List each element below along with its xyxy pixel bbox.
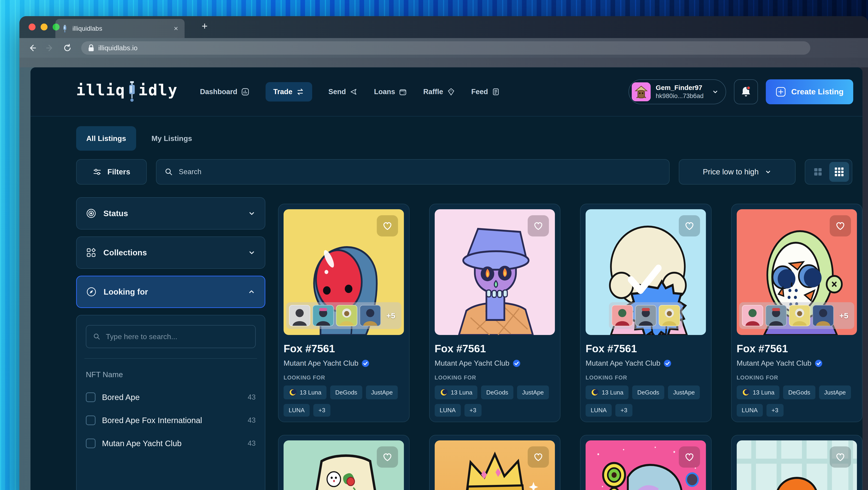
browser-tab-strip: illiquidlabs × + — [20, 16, 868, 38]
filter-option-bored-ape[interactable]: Bored Ape 43 — [86, 392, 256, 402]
sort-dropdown[interactable]: Price low to high — [679, 159, 796, 185]
forward-icon[interactable] — [45, 43, 55, 53]
nav-send-label: Send — [328, 88, 346, 96]
heart-icon — [684, 220, 695, 231]
badge: DeGods — [481, 386, 513, 399]
checkbox[interactable] — [86, 416, 95, 425]
checkbox[interactable] — [86, 438, 95, 448]
badge: +3 — [767, 404, 783, 417]
nav-raffle[interactable]: Raffle — [423, 88, 455, 96]
offer-thumb — [612, 305, 633, 326]
nft-card[interactable] — [580, 435, 712, 490]
filter-option-bored-ape-fox-international[interactable]: Bored Ape Fox International 43 — [86, 416, 256, 425]
nav-trade-label: Trade — [273, 88, 292, 96]
trade-icon — [296, 88, 304, 96]
favorite-button[interactable] — [528, 215, 549, 237]
back-icon[interactable] — [28, 43, 37, 53]
sidebar-section-status[interactable]: Status — [76, 197, 265, 229]
more-thumbs-count: +5 — [386, 311, 395, 320]
luna-badge: 13 Luna — [435, 386, 477, 399]
notifications-button[interactable] — [734, 79, 758, 104]
looking-for-label: LOOKING FOR — [284, 374, 404, 381]
new-tab-button[interactable]: + — [202, 20, 208, 32]
filter-option-mutan-ape-yacht-club[interactable]: Mutan Ape Yacht Club 43 — [86, 438, 256, 448]
browser-chrome-padding — [20, 58, 868, 67]
close-window-button[interactable] — [29, 24, 35, 30]
nft-card[interactable]: Fox #7561 Mutant Ape Yacht Club LOOKING … — [580, 204, 712, 422]
nav-trade[interactable]: Trade — [266, 82, 312, 101]
browser-tab[interactable]: illiquidlabs × — [55, 19, 185, 38]
verified-icon — [815, 360, 823, 367]
nav-feed[interactable]: Feed — [471, 88, 500, 96]
badge-row: LUNA +3 — [586, 404, 706, 417]
sidebar-section-looking-for[interactable]: Looking for — [76, 276, 265, 308]
badge-row: 13 Luna DeGods JustApe — [435, 386, 555, 399]
search-input[interactable] — [179, 168, 661, 176]
user-name: Gem_Finder97 — [656, 84, 704, 92]
compass-icon — [86, 286, 97, 297]
luna-badge: 13 Luna — [586, 386, 628, 399]
nav-dashboard[interactable]: Dashboard — [200, 88, 249, 96]
sidebar-search-input[interactable] — [106, 332, 249, 341]
address-bar[interactable]: illiquidlabs.io — [81, 41, 810, 55]
tab-close-icon[interactable]: × — [174, 24, 178, 33]
heart-icon — [533, 452, 544, 462]
checkbox[interactable] — [86, 392, 95, 402]
nft-art-verified-face — [586, 209, 706, 335]
badge: JustApe — [517, 386, 549, 399]
favorite-button[interactable] — [679, 215, 700, 237]
favorite-button[interactable] — [377, 447, 398, 468]
site-logo[interactable]: illiq idly — [76, 81, 178, 102]
nft-card[interactable]: +5 Fox #7561 Mutant Ape Yacht Club LOOKI… — [731, 204, 863, 422]
create-listing-button[interactable]: Create Listing — [766, 79, 853, 104]
nav-loans[interactable]: Loans — [374, 88, 407, 96]
luna-badge: 13 Luna — [284, 386, 327, 399]
badge-row: LUNA +3 — [284, 404, 404, 417]
search-bar[interactable] — [156, 159, 670, 185]
badge: JustApe — [668, 386, 700, 399]
user-info: Gem_Finder97 hk980io...73b6ad — [656, 84, 704, 100]
nft-title: Fox #7561 — [586, 342, 706, 355]
luna-coin-icon — [742, 388, 750, 397]
badge: +3 — [615, 404, 632, 417]
nft-name-group-title: NFT Name — [86, 370, 256, 379]
nft-card-grid: +5 Fox #7561 Mutant Ape Yacht Club LOOKI… — [278, 204, 863, 490]
heart-icon — [382, 452, 393, 462]
tab-all-listings[interactable]: All Listings — [76, 126, 136, 151]
grid-3x3-view-button[interactable] — [829, 162, 849, 182]
nft-card[interactable]: Fox #7561 Mutant Ape Yacht Club LOOKING … — [429, 204, 561, 422]
nft-card[interactable] — [731, 435, 863, 490]
favorite-button[interactable] — [679, 447, 700, 468]
user-account-chip[interactable]: Gem_Finder97 hk980io...73b6ad — [628, 79, 726, 104]
offer-thumb — [336, 305, 357, 326]
minimize-window-button[interactable] — [41, 24, 48, 30]
nft-card[interactable]: +5 Fox #7561 Mutant Ape Yacht Club LOOKI… — [278, 204, 409, 422]
tab-my-listings[interactable]: My Listings — [151, 134, 192, 143]
grid-3x3-icon — [834, 166, 844, 177]
favorite-button[interactable] — [830, 447, 851, 468]
url-text: illiquidlabs.io — [98, 44, 137, 52]
grid-2x2-icon — [813, 167, 823, 177]
chevron-down-icon — [248, 210, 256, 217]
badge: JustApe — [819, 386, 851, 399]
padlock-icon — [88, 44, 94, 52]
nft-art-bucket-hat-skull-rose — [284, 440, 404, 490]
grid-2x2-view-button[interactable] — [808, 162, 828, 182]
nft-card[interactable] — [278, 435, 409, 490]
reload-icon[interactable] — [63, 43, 72, 53]
sidebar-section-collections[interactable]: Collections — [76, 237, 265, 269]
nav-send[interactable]: Send — [328, 88, 358, 96]
option-count: 43 — [248, 416, 256, 425]
favorite-button[interactable] — [830, 215, 851, 237]
filters-button[interactable]: Filters — [76, 159, 147, 185]
sidebar-search[interactable] — [86, 325, 256, 348]
favorite-button[interactable] — [528, 447, 549, 468]
listing-tabs: All Listings My Listings — [76, 126, 192, 151]
collection-name: Mutant Ape Yacht Club — [284, 359, 358, 367]
nft-card[interactable] — [429, 435, 561, 490]
option-label: Bored Ape Fox International — [102, 416, 202, 425]
sidebar-section-label: Collections — [103, 248, 147, 257]
notification-dot — [746, 86, 750, 90]
favorite-button[interactable] — [377, 215, 398, 237]
sidebar-section-label: Status — [103, 209, 128, 218]
